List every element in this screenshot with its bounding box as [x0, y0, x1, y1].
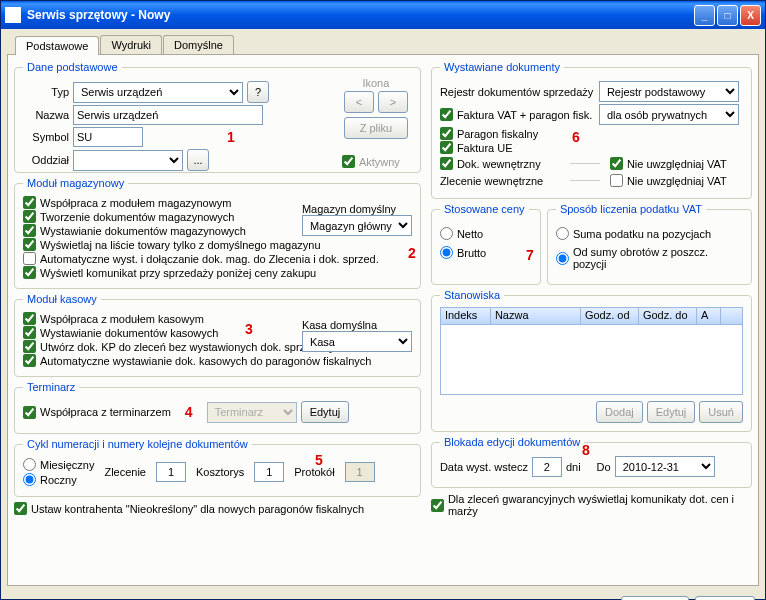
chk-kasa3[interactable]	[23, 340, 36, 353]
select-typ[interactable]: Serwis urządzeń	[73, 82, 243, 103]
chk-kasa1[interactable]	[23, 312, 36, 325]
fieldset-ceny: Stosowane ceny Netto 7 Brutto	[431, 203, 541, 285]
btn-stan-edit[interactable]: Edytuj	[647, 401, 696, 423]
legend-docs: Wystawiane dokumenty	[440, 61, 564, 73]
input-nazwa[interactable]	[73, 105, 263, 125]
label-aktywny: Aktywny	[359, 156, 400, 168]
select-oddzial[interactable]	[73, 150, 183, 171]
chk-mag2[interactable]	[23, 210, 36, 223]
chk-dokw-vat[interactable]	[610, 157, 623, 170]
input-prot[interactable]	[345, 462, 375, 482]
rad-vat1[interactable]	[556, 227, 569, 240]
chk-zlecw-vat[interactable]	[610, 174, 623, 187]
btn-stan-del[interactable]: Usuń	[699, 401, 743, 423]
select-do[interactable]: 2010-12-31	[615, 456, 715, 477]
btn-stan-add[interactable]: Dodaj	[596, 401, 643, 423]
marker-2: 2	[408, 245, 416, 261]
chk-fvat[interactable]	[440, 108, 453, 121]
fieldset-stan: Stanowiska Indeks Nazwa Godz. od Godz. d…	[431, 289, 752, 432]
select-term[interactable]: Terminarz	[207, 402, 297, 423]
input-zlec[interactable]	[156, 462, 186, 482]
close-button[interactable]: X	[740, 5, 761, 26]
legend-vat: Sposób liczenia podatku VAT	[556, 203, 706, 215]
rad-netto[interactable]	[440, 227, 453, 240]
fieldset-mag: Moduł magazynowy Magazyn domyślny Magazy…	[14, 177, 421, 289]
fieldset-cykl: Cykl numeracji i numery kolejne dokument…	[14, 438, 421, 497]
content: Dane podstawowe Typ Serwis urządzeń ? Na…	[7, 54, 759, 586]
fieldset-basic: Dane podstawowe Typ Serwis urządzeń ? Na…	[14, 61, 421, 173]
label-mag-def: Magazyn domyślny	[302, 203, 412, 215]
label-oddzial: Oddział	[23, 154, 69, 166]
label-ikona: Ikona	[342, 77, 410, 89]
chk-ustawk[interactable]	[14, 502, 27, 515]
ikona-box: Ikona <> Z pliku Aktywny	[342, 77, 410, 169]
window: Serwis sprzętowy - Nowy _ □ X Podstawowe…	[0, 0, 766, 600]
chk-mag4[interactable]	[23, 238, 36, 251]
legend-mag: Moduł magazynowy	[23, 177, 128, 189]
legend-ceny: Stosowane ceny	[440, 203, 529, 215]
select-kasa-def[interactable]: Kasa	[302, 331, 412, 352]
rad-roczny[interactable]	[23, 473, 36, 486]
chk-paragon[interactable]	[440, 127, 453, 140]
chk-gwar[interactable]	[431, 499, 444, 512]
chk-dokw[interactable]	[440, 157, 453, 170]
chk-term[interactable]	[23, 406, 36, 419]
chk-aktywny[interactable]	[342, 155, 355, 168]
tab-wydruki[interactable]: Wydruki	[100, 35, 162, 54]
chk-mag3[interactable]	[23, 224, 36, 237]
tabs: Podstawowe Wydruki Domyślne	[15, 35, 765, 54]
minimize-button[interactable]: _	[694, 5, 715, 26]
chk-mag5[interactable]	[23, 252, 36, 265]
ikona-prev-button[interactable]: <	[344, 91, 374, 113]
rad-brutto[interactable]	[440, 246, 453, 259]
legend-kasa: Moduł kasowy	[23, 293, 101, 305]
select-mag-def[interactable]: Magazyn główny	[302, 215, 412, 236]
tab-podstawowe[interactable]: Podstawowe	[15, 36, 99, 55]
chk-mag1[interactable]	[23, 196, 36, 209]
marker-7: 7	[526, 247, 534, 263]
fieldset-term: Terminarz Współpraca z terminarzem 4 Ter…	[14, 381, 421, 434]
ikona-file-button[interactable]: Z pliku	[344, 117, 408, 139]
rad-vat2[interactable]	[556, 252, 569, 265]
rad-mies[interactable]	[23, 458, 36, 471]
window-title: Serwis sprzętowy - Nowy	[27, 8, 692, 22]
label-symbol: Symbol	[23, 131, 69, 143]
btn-zapisz[interactable]: 💾 ZZapiszapisz	[621, 596, 688, 600]
legend-basic: Dane podstawowe	[23, 61, 122, 73]
marker-8: 8	[582, 442, 590, 458]
legend-blok: Blokada edycji dokumentów	[440, 436, 584, 448]
input-wstecz[interactable]	[532, 457, 562, 477]
help-button[interactable]: ?	[247, 81, 269, 103]
select-rej[interactable]: Rejestr podstawowy	[599, 81, 739, 102]
input-koszt[interactable]	[254, 462, 284, 482]
marker-4: 4	[185, 404, 193, 420]
table-head: Indeks Nazwa Godz. od Godz. do A	[440, 307, 743, 325]
legend-stan: Stanowiska	[440, 289, 504, 301]
tab-domyslne[interactable]: Domyślne	[163, 35, 234, 54]
fieldset-docs: Wystawiane dokumenty 6 Rejestr dokumentó…	[431, 61, 752, 199]
marker-6: 6	[572, 129, 580, 145]
marker-5: 5	[315, 452, 323, 468]
select-fvat[interactable]: dla osób prywatnych	[599, 104, 739, 125]
btn-term-edit[interactable]: Edytuj	[301, 401, 350, 423]
chk-fue[interactable]	[440, 141, 453, 154]
btn-anuluj[interactable]: ✖ AAnulujnuluj	[695, 596, 755, 600]
oddzial-browse-button[interactable]: ...	[187, 149, 209, 171]
fieldset-vat: Sposób liczenia podatku VAT Suma podatku…	[547, 203, 752, 285]
chk-kasa4[interactable]	[23, 354, 36, 367]
input-symbol[interactable]	[73, 127, 143, 147]
fieldset-kasa: Moduł kasowy 3 Kasa domyślna Kasa Współp…	[14, 293, 421, 377]
app-icon	[5, 7, 21, 23]
maximize-button[interactable]: □	[717, 5, 738, 26]
table-body[interactable]	[440, 325, 743, 395]
label-typ: Typ	[23, 86, 69, 98]
bottom-bar: 💾 ZZapiszapisz ✖ AAnulujnuluj	[1, 592, 765, 600]
marker-1: 1	[227, 129, 235, 145]
legend-cykl: Cykl numeracji i numery kolejne dokument…	[23, 438, 252, 450]
titlebar: Serwis sprzętowy - Nowy _ □ X	[1, 1, 765, 29]
marker-3: 3	[245, 321, 253, 337]
ikona-next-button[interactable]: >	[378, 91, 408, 113]
chk-mag6[interactable]	[23, 266, 36, 279]
chk-kasa2[interactable]	[23, 326, 36, 339]
label-nazwa: Nazwa	[23, 109, 69, 121]
